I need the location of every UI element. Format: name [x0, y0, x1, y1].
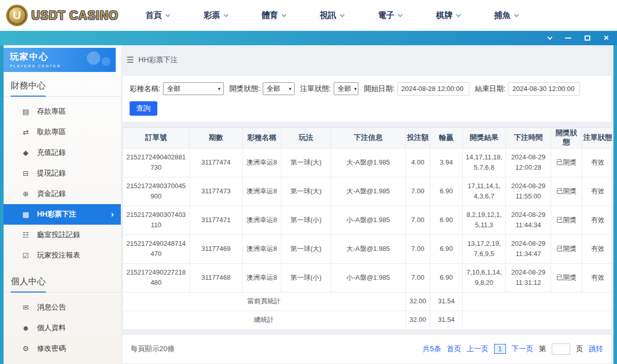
- top-nav: U USDT CASINO 首頁 彩票 體育 視訊: [0, 0, 617, 31]
- main-nav: 首頁 彩票 體育 視訊 電子 棋牌: [146, 10, 518, 21]
- lottery-name-select[interactable]: 全部 ▾: [163, 82, 224, 95]
- bets-table-panel: 訂單號期數彩種名稱玩法下注信息投注額輸贏開獎結果下注時間開獎狀態注單狀態 215…: [122, 127, 612, 330]
- sidebar-item-label: 廳室投註記錄: [37, 230, 80, 240]
- chevron-down-icon: ▾: [289, 86, 292, 92]
- draw-status-select[interactable]: 全部 ▾: [263, 82, 295, 95]
- nav-item[interactable]: 棋牌: [436, 10, 460, 21]
- current-page-button[interactable]: 1: [494, 344, 506, 354]
- pager: 共5条 首页 上一页 1 下一页 第 页 跳转: [423, 343, 603, 355]
- nav-item[interactable]: 首頁: [146, 10, 170, 21]
- sidebar-item[interactable]: ☻ 個人資料 ›: [4, 318, 121, 338]
- cell-bet-amount: 4.00: [406, 148, 430, 177]
- nav-item[interactable]: 電子: [378, 10, 402, 21]
- cell-issue: 31177468: [190, 263, 243, 292]
- hamburger-icon[interactable]: ☰: [126, 55, 134, 65]
- cell-win-loss: 3.94: [430, 148, 463, 177]
- sidebar-item[interactable]: ☑ 玩家投注報表 ›: [4, 245, 121, 266]
- table-header-cell: 下注時間: [506, 128, 551, 148]
- announcement-icon: ✉: [21, 303, 30, 312]
- sidebar-item[interactable]: ✉ 消息公告 ›: [4, 297, 121, 318]
- chevron-right-icon: ›: [111, 210, 114, 219]
- sidebar-item-label: HH彩票下注: [37, 210, 76, 219]
- cell-order-status: 有效: [582, 206, 614, 234]
- players-center-header: 玩家中心 PLAYERS CENTER: [4, 48, 116, 72]
- nav-item[interactable]: 彩票: [204, 10, 228, 21]
- minimize-icon: [565, 38, 571, 39]
- grand-total-label: 總統計: [123, 311, 406, 329]
- nav-item-label: 體育: [262, 10, 278, 21]
- sidebar-item[interactable]: ⊟ 提現記錄 ›: [4, 163, 121, 184]
- change-password-icon: ⚙: [21, 344, 30, 353]
- window-minimize-button[interactable]: [565, 34, 571, 42]
- cell-order-status: 有效: [582, 234, 614, 263]
- cell-draw-status: 已開獎: [551, 206, 582, 234]
- nav-item-label: 捕魚: [494, 10, 511, 21]
- brand-logo[interactable]: U USDT CASINO: [6, 5, 127, 26]
- cell-win-loss: 6.90: [430, 234, 463, 263]
- search-button[interactable]: 查詢: [130, 101, 157, 116]
- cell-bet-amount: 7.00: [406, 177, 430, 206]
- cell-bet-info: 大-A盤@1.985: [331, 234, 406, 263]
- prev-page-link[interactable]: 上一页: [467, 344, 488, 354]
- page-total-empty: [463, 292, 614, 311]
- table-header-cell: 下注信息: [331, 128, 406, 148]
- cell-issue: 31177469: [190, 234, 243, 263]
- cell-play-type: 第一球(大): [281, 234, 331, 263]
- cell-issue: 31177471: [190, 206, 243, 234]
- maximize-icon: [585, 35, 590, 41]
- cell-bet-info: 小-A盤@1.985: [331, 263, 406, 292]
- cell-draw-result: 17,11,14,1,4,3,6,7: [463, 177, 506, 206]
- cell-win-loss: 6.90: [430, 177, 463, 206]
- table-header-cell: 玩法: [281, 128, 331, 148]
- chevron-down-icon: [398, 12, 403, 17]
- first-page-link[interactable]: 首页: [447, 344, 461, 354]
- jump-button[interactable]: 跳转: [589, 344, 603, 354]
- sidebar-item[interactable]: ⊕ 資金記錄 ›: [4, 184, 121, 204]
- cell-bet-amount: 7.00: [406, 206, 430, 234]
- deposit-icon: ▤: [21, 107, 30, 116]
- sidebar-item[interactable]: ☷ 廳室投註記錄 ›: [4, 225, 121, 245]
- nav-item-label: 棋牌: [436, 10, 452, 21]
- nav-item-label: 彩票: [204, 10, 220, 21]
- personal-menu: ✉ 消息公告 › ☻ 個人資料 › ⚙ 修改密碼 ›: [4, 293, 121, 361]
- window-collapse-button[interactable]: [548, 34, 552, 42]
- brand-logo-icon: U: [6, 5, 28, 26]
- sidebar-item[interactable]: ⚙ 修改密碼 ›: [4, 338, 121, 359]
- cell-issue: 31177474: [190, 148, 243, 177]
- sidebar: 玩家中心 PLAYERS CENTER 財務中心 ▤ 存款專區 › ⇄ 取款專區…: [4, 45, 121, 364]
- table-header-cell: 輸贏: [430, 128, 463, 148]
- next-page-link[interactable]: 下一页: [512, 344, 533, 354]
- end-date-input[interactable]: [508, 82, 580, 96]
- sidebar-item[interactable]: ◆ 充值記錄 ›: [4, 142, 121, 163]
- table-header-row: 訂單號期數彩種名稱玩法下注信息投注額輸贏開獎結果下注時間開獎狀態注單狀態: [123, 128, 614, 148]
- sidebar-item[interactable]: ▤ 存款專區 ›: [4, 101, 121, 122]
- table-header-cell: 彩種名稱: [243, 128, 281, 148]
- cell-order-no: 2152172490248714470: [123, 234, 190, 263]
- window-maximize-button[interactable]: [585, 34, 590, 42]
- chevron-down-icon: [548, 35, 553, 40]
- app-frame: 玩家中心 PLAYERS CENTER 財務中心 ▤ 存款專區 › ⇄ 取款專區…: [0, 45, 617, 364]
- main-content: ☰ HH彩票下注 彩種名稱: 全部 ▾ 開獎狀態: 全部 ▾: [121, 45, 613, 364]
- start-date-input[interactable]: [397, 82, 469, 96]
- cell-draw-result: 7,10,6,1,14,9,8,20: [463, 263, 506, 292]
- jump-suffix-label: 页: [576, 344, 583, 354]
- section-personal-center: 個人中心: [4, 268, 121, 293]
- nav-item[interactable]: 體育: [262, 10, 286, 21]
- sidebar-item[interactable]: ⇄ 取款專區 ›: [4, 122, 121, 142]
- jump-page-input[interactable]: [552, 343, 570, 355]
- table-row: 2152172490248714470 31177469 澳洲幸运8 第一球(大…: [123, 234, 614, 263]
- page-total-bet: 32.00: [406, 292, 430, 311]
- nav-item[interactable]: 捕魚: [494, 10, 518, 21]
- sidebar-item[interactable]: ▦ HH彩票下注 ›: [4, 204, 121, 225]
- nav-item[interactable]: 視訊: [320, 10, 344, 21]
- chevron-down-icon: [456, 12, 461, 17]
- draw-status-label: 開獎狀態:: [229, 84, 260, 94]
- order-status-select[interactable]: 全部 ▾: [334, 82, 358, 95]
- table-header-cell: 期數: [190, 128, 243, 148]
- cell-win-loss: 6.90: [430, 206, 463, 234]
- window-close-button[interactable]: ×: [604, 34, 609, 42]
- lottery-name-value: 全部: [167, 84, 180, 94]
- cell-play-type: 第一球(大): [281, 177, 331, 206]
- total-count: 共5条: [423, 344, 441, 354]
- sidebar-item-label: 消息公告: [37, 303, 66, 312]
